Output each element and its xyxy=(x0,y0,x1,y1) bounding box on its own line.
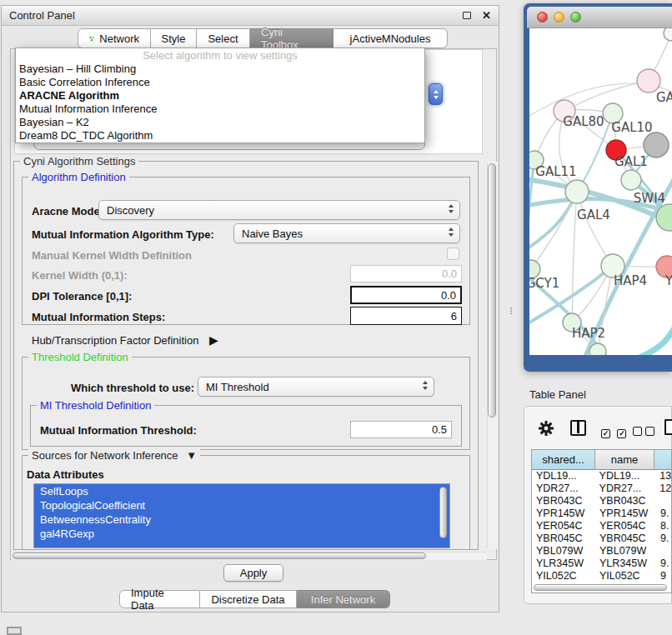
which-threshold-select[interactable]: MI Threshold xyxy=(198,377,434,397)
popup-hint: Select algorithm to view settings xyxy=(16,48,424,62)
collapse-arrow-icon: ▼ xyxy=(186,449,197,462)
combo-arrows-icon xyxy=(423,381,428,390)
settings-scrollbar-thumb[interactable] xyxy=(488,163,496,418)
list-item-selfloops[interactable]: SelfLoops xyxy=(34,484,449,498)
popup-item-aracne[interactable]: ARACNE Algorithm xyxy=(16,89,424,102)
bottom-tabbar: Impute Data Discretize Data Infer Networ… xyxy=(119,590,390,608)
close-panel-icon[interactable]: ✕ xyxy=(482,10,491,21)
network-window-titlebar[interactable] xyxy=(527,7,672,28)
gear-icon[interactable] xyxy=(537,419,555,438)
node-label: HAP4 xyxy=(614,273,647,288)
popup-item-basic-correlation[interactable]: Basic Correlation Inference xyxy=(16,76,424,89)
node-label: GAL4 xyxy=(577,208,610,222)
node-bottom[interactable] xyxy=(589,343,606,355)
column-layout-icon[interactable] xyxy=(570,420,586,436)
tab-select[interactable]: Select xyxy=(197,28,250,48)
list-item-betweennesscentrality[interactable]: BetweennessCentrality xyxy=(34,512,449,527)
node-label: GAL xyxy=(656,90,672,105)
node-label: GAL80 xyxy=(563,114,604,129)
window-zoom-button[interactable] xyxy=(570,12,581,22)
float-panel-icon[interactable] xyxy=(463,12,471,19)
popup-item-bayesian-hill-climbing[interactable]: Bayesian – Hill Climbing xyxy=(16,62,424,76)
manual-kernel-width-checkbox[interactable] xyxy=(447,248,459,260)
table-row[interactable]: YDL19...YDL19...13 xyxy=(532,470,671,482)
tab-style[interactable]: Style xyxy=(151,28,197,48)
kernel-width-input[interactable]: 0.0 xyxy=(350,265,462,282)
data-attributes-list: SelfLoops TopologicalCoefficient Between… xyxy=(33,483,450,548)
node-label: GAL10 xyxy=(611,120,652,135)
mi-algorithm-type-label: Mutual Information Algorithm Type: xyxy=(32,228,214,241)
list-item-gal4rgexp[interactable]: gal4RGexp xyxy=(34,527,449,541)
tab-cyni-toolbox[interactable]: Cyni Toolbox xyxy=(250,28,333,48)
column-header-name[interactable]: name xyxy=(595,450,654,469)
splitter-grip[interactable] xyxy=(509,307,513,315)
popup-item-bayesian-k2[interactable]: Bayesian – K2 xyxy=(16,116,424,129)
attributes-scrollbar-thumb[interactable] xyxy=(439,487,447,538)
table-hscrollbar-thumb[interactable] xyxy=(534,584,667,591)
node-unlabeled[interactable] xyxy=(664,28,672,41)
table-row[interactable]: YER054CYER054C8. xyxy=(532,520,671,532)
node-gal-top[interactable] xyxy=(637,69,660,92)
table-row[interactable]: YBL079WYBL079W xyxy=(532,545,671,558)
mi-threshold-input[interactable]: 0.5 xyxy=(350,421,452,438)
window-minimize-button[interactable] xyxy=(554,12,564,22)
popup-item-dream8[interactable]: Dream8 DC_TDC Algorithm xyxy=(16,129,424,142)
list-item-topologicalcoefficient[interactable]: TopologicalCoefficient xyxy=(34,498,449,512)
node-gal4[interactable] xyxy=(565,180,589,203)
table-row[interactable]: YLR345WYLR345W9. xyxy=(532,558,671,570)
table-row[interactable]: YBR045CYBR045C9. xyxy=(532,532,671,545)
table-header-row: shared... name xyxy=(532,450,671,470)
popup-item-mutual-information[interactable]: Mutual Information Inference xyxy=(16,102,424,116)
hub-definition-expander[interactable]: Hub/Transcription Factor Definition ▶ xyxy=(32,333,218,347)
apply-button[interactable]: Apply xyxy=(223,564,283,582)
tab-jactivemnodules[interactable]: jActiveMNodules xyxy=(333,28,448,48)
table-panel-title: Table Panel xyxy=(529,388,586,401)
algorithm-dropdown-popup: Select algorithm to view settings Bayesi… xyxy=(15,48,425,143)
node-label: Y xyxy=(664,273,672,288)
node-label: GAL1 xyxy=(614,154,648,169)
deselect-checkboxes-icon[interactable] xyxy=(633,424,654,439)
table-row[interactable]: YDR27...YDR27...12 xyxy=(532,482,671,495)
tab-discretize-data[interactable]: Discretize Data xyxy=(200,590,297,608)
cyni-algorithm-settings-title: Cyni Algorithm Settings xyxy=(20,155,138,168)
combo-arrows-icon xyxy=(449,204,454,213)
algorithm-combo-arrow-button[interactable] xyxy=(429,83,443,105)
mi-steps-input[interactable]: 6 xyxy=(350,307,462,325)
kernel-width-label: Kernel Width (0,1): xyxy=(32,269,128,282)
aracne-mode-select[interactable]: Discovery xyxy=(98,200,460,220)
table-row[interactable]: YIL052CYIL052C9 xyxy=(532,570,671,582)
network-icon xyxy=(89,33,94,44)
mi-threshold-definition-title: MI Threshold Definition xyxy=(37,399,154,412)
tab-infer-network[interactable]: Infer Network xyxy=(297,590,390,608)
node-swi4[interactable] xyxy=(621,170,641,190)
node-table: shared... name YDL19...YDL19...13 YDR27.… xyxy=(531,449,672,593)
column-header-extra[interactable] xyxy=(654,450,671,469)
threshold-definition-title: Threshold Definition xyxy=(28,351,132,363)
mi-algorithm-type-select[interactable]: Naive Bayes xyxy=(233,223,460,243)
docked-panel-icon[interactable] xyxy=(7,627,22,635)
node-label: GCY1 xyxy=(529,276,559,291)
tab-impute-data[interactable]: Impute Data xyxy=(119,590,200,608)
which-threshold-label: Which threshold to use: xyxy=(71,382,194,394)
control-panel-titlebar: Control Panel ✕ xyxy=(2,6,499,26)
network-canvas[interactable]: GAL GAL80 GAL10 GAL1 GAL11 SWI4 GAL4 GCY… xyxy=(529,28,672,355)
dpi-tolerance-label: DPI Tolerance [0,1]: xyxy=(32,290,132,302)
table-row[interactable]: YPR145WYPR145W9. xyxy=(532,508,671,520)
node-label: GAL11 xyxy=(535,164,576,179)
document-icon[interactable] xyxy=(664,419,672,435)
table-row[interactable]: YBR043CYBR043C xyxy=(532,495,671,508)
column-header-shared[interactable]: shared... xyxy=(532,450,595,469)
tab-network[interactable]: Network xyxy=(78,28,151,48)
control-panel-tabbar: Network Style Select Cyni Toolbox jActiv… xyxy=(78,28,448,48)
mi-steps-label: Mutual Information Steps: xyxy=(32,311,165,323)
settings-hscrollbar-thumb[interactable] xyxy=(13,552,426,559)
table-body: YDL19...YDL19...13 YDR27...YDR27...12 YB… xyxy=(532,470,671,582)
control-panel-title: Control Panel xyxy=(9,9,75,22)
dpi-tolerance-input[interactable]: 0.0 xyxy=(350,286,462,304)
node-label: HAP2 xyxy=(572,326,605,341)
window-close-button[interactable] xyxy=(537,12,548,22)
aracne-mode-label: Aracne Mode: xyxy=(32,205,103,218)
sources-title[interactable]: Sources for Network Inference ▼ xyxy=(28,449,200,462)
mi-threshold-label: Mutual Information Threshold: xyxy=(40,424,197,437)
select-all-checkboxes-icon[interactable]: ✓ ✓ xyxy=(601,424,626,439)
